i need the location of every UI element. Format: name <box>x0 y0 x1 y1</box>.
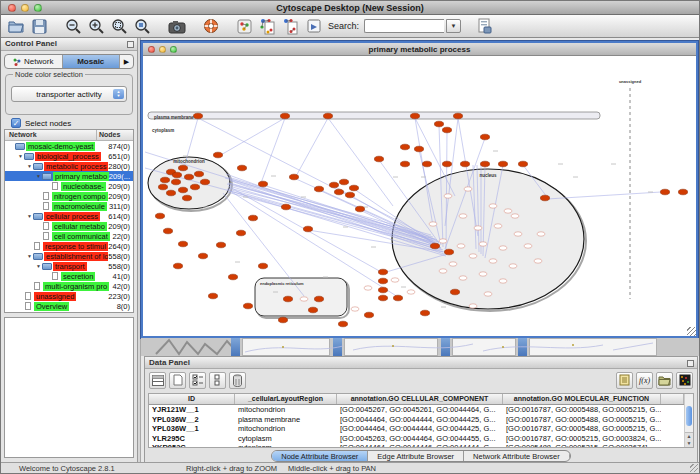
snapshot-camera-icon[interactable] <box>166 16 187 36</box>
tree-row[interactable]: ▼ multi-organism pro 42(0) <box>5 281 133 291</box>
tree-column-network[interactable]: Network <box>5 130 97 140</box>
import-table-icon[interactable] <box>280 16 301 36</box>
network-zoom-button[interactable] <box>170 46 177 53</box>
zoom-selected-icon[interactable] <box>132 16 153 36</box>
table-cell[interactable] <box>661 424 684 434</box>
network-node[interactable] <box>509 264 517 268</box>
network-node[interactable] <box>480 134 489 140</box>
network-node[interactable] <box>442 161 451 167</box>
network-node[interactable] <box>499 246 507 250</box>
table-cell[interactable]: [GO:0044464, GO:0044444, GO:0044425, G..… <box>337 424 503 434</box>
tab-mosaic[interactable]: Mosaic <box>63 55 121 68</box>
network-node[interactable] <box>228 274 237 280</box>
network-node[interactable] <box>442 127 451 133</box>
zoom-button[interactable] <box>34 4 42 12</box>
network-node[interactable] <box>378 287 387 293</box>
network-node[interactable] <box>429 222 437 226</box>
network-node[interactable] <box>236 230 245 236</box>
float-data-panel-icon[interactable] <box>687 360 694 367</box>
network-node[interactable] <box>345 192 354 198</box>
mitochondrion-region[interactable] <box>148 157 230 209</box>
network-node[interactable] <box>184 174 193 180</box>
network-node[interactable] <box>303 226 312 232</box>
table-cell[interactable]: YLR295C <box>149 434 235 444</box>
network-node[interactable] <box>464 187 472 191</box>
network-node[interactable] <box>469 254 477 258</box>
select-nodes-checkbox[interactable]: ✓ <box>11 118 21 128</box>
network-node[interactable] <box>439 269 447 273</box>
network-node[interactable] <box>393 295 402 301</box>
save-session-button[interactable] <box>29 16 50 36</box>
network-node[interactable] <box>444 249 453 255</box>
table-cell[interactable]: [GO:0016787, GO:0005488, GO:0005215, G..… <box>503 405 661 415</box>
network-node[interactable] <box>248 215 257 221</box>
network-node[interactable] <box>198 253 207 259</box>
plasma-membrane-region[interactable] <box>148 112 600 119</box>
network-node[interactable] <box>166 190 175 196</box>
function-builder-icon[interactable]: f(x) <box>636 372 653 389</box>
network-node[interactable] <box>484 292 492 296</box>
network-node[interactable] <box>430 243 439 249</box>
network-node[interactable] <box>314 296 323 302</box>
network-node[interactable] <box>173 263 182 269</box>
network-node[interactable] <box>489 259 497 263</box>
network-node[interactable] <box>374 156 383 162</box>
unselect-attributes-button[interactable] <box>209 372 226 389</box>
network-node[interactable] <box>194 171 203 177</box>
network-node[interactable] <box>193 113 202 119</box>
vizmapper-icon[interactable] <box>234 16 255 36</box>
network-node[interactable] <box>660 189 669 195</box>
network-node[interactable] <box>540 195 549 201</box>
network-node[interactable] <box>378 278 387 284</box>
tree-row[interactable]: ▼ cell communicat 22(0) <box>5 231 133 241</box>
network-canvas[interactable]: plasma membranecytoplasmmitochondrionnuc… <box>143 56 696 336</box>
network-node[interactable] <box>474 226 482 230</box>
network-node[interactable] <box>514 232 522 236</box>
network-node[interactable] <box>213 152 222 158</box>
network-node[interactable] <box>182 195 191 201</box>
network-node[interactable] <box>537 232 545 236</box>
table-cell[interactable]: YPL036W__2 <box>149 415 235 425</box>
submit-page-icon[interactable] <box>303 16 324 36</box>
network-node[interactable] <box>281 204 290 210</box>
table-row[interactable]: YKR052Ccytoplasm[GO:0044464, GO:0044446,… <box>149 443 684 448</box>
tree-row[interactable]: ▼ primary metabo 209(... <box>5 171 133 181</box>
table-cell[interactable] <box>661 405 684 415</box>
network-node[interactable] <box>524 244 532 248</box>
network-window-titlebar[interactable]: primary metabolic process <box>143 43 696 56</box>
close-button[interactable] <box>8 4 16 12</box>
network-node[interactable] <box>479 242 487 246</box>
network-node[interactable] <box>163 228 172 234</box>
network-svg[interactable]: plasma membranecytoplasmmitochondrionnuc… <box>143 56 696 336</box>
import-attributes-icon[interactable] <box>474 16 495 36</box>
column-header-extra[interactable] <box>661 394 684 404</box>
network-node[interactable] <box>480 161 489 167</box>
tab-network[interactable]: Network <box>5 55 63 68</box>
network-node[interactable] <box>400 161 409 167</box>
network-node[interactable] <box>450 289 459 295</box>
network-node[interactable] <box>339 179 348 185</box>
zoom-out-icon[interactable] <box>63 16 84 36</box>
network-node[interactable] <box>200 179 209 185</box>
network-node[interactable] <box>489 204 497 208</box>
network-node[interactable] <box>453 113 462 119</box>
table-cell[interactable] <box>661 434 684 444</box>
app-resize-grip[interactable] <box>690 464 698 472</box>
network-node[interactable] <box>158 184 167 190</box>
tree-row[interactable]: ▼ cellular metabo 209(0) <box>5 221 133 231</box>
table-cell[interactable] <box>661 415 684 425</box>
expand-arrow-icon[interactable]: ▼ <box>35 263 42 269</box>
network-node[interactable] <box>280 113 289 119</box>
network-node[interactable] <box>678 189 687 195</box>
network-node[interactable] <box>479 272 487 276</box>
network-node[interactable] <box>434 121 443 127</box>
network-node[interactable] <box>499 279 507 283</box>
expand-arrow-icon[interactable]: ▼ <box>26 163 33 169</box>
network-node[interactable] <box>329 182 338 188</box>
tree-row[interactable]: ▼ response to stimul 264(0) <box>5 241 133 251</box>
network-node[interactable] <box>216 242 225 248</box>
tab-overflow-arrow-icon[interactable]: ▶ <box>120 55 133 68</box>
table-cell[interactable]: cytoplasm <box>235 443 337 448</box>
network-node[interactable] <box>534 259 542 263</box>
network-node[interactable] <box>469 304 477 308</box>
